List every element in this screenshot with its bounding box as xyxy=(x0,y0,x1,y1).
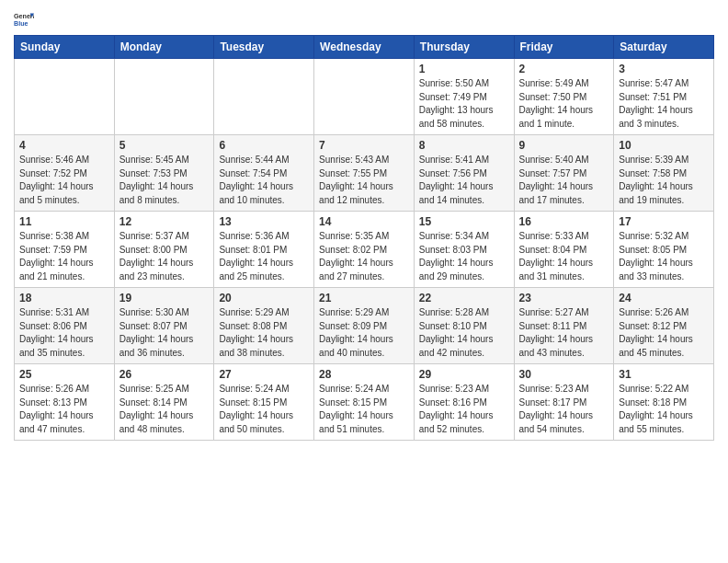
day-number: 3 xyxy=(619,63,709,75)
day-number: 5 xyxy=(119,139,210,152)
day-number: 10 xyxy=(619,139,709,152)
weekday-header-friday: Friday xyxy=(514,36,614,59)
calendar-cell: 17Sunrise: 5:32 AM Sunset: 8:05 PM Dayli… xyxy=(614,212,714,288)
day-info: Sunrise: 5:44 AM Sunset: 7:54 PM Dayligh… xyxy=(219,154,309,207)
day-info: Sunrise: 5:50 AM Sunset: 7:49 PM Dayligh… xyxy=(419,77,509,131)
calendar-cell: 25Sunrise: 5:26 AM Sunset: 8:13 PM Dayli… xyxy=(15,364,115,441)
day-number: 25 xyxy=(19,368,109,381)
weekday-header-sunday: Sunday xyxy=(15,36,115,59)
day-info: Sunrise: 5:23 AM Sunset: 8:17 PM Dayligh… xyxy=(519,383,609,436)
calendar-cell: 3Sunrise: 5:47 AM Sunset: 7:51 PM Daylig… xyxy=(614,59,714,135)
day-info: Sunrise: 5:29 AM Sunset: 8:08 PM Dayligh… xyxy=(219,306,309,360)
day-info: Sunrise: 5:39 AM Sunset: 7:58 PM Dayligh… xyxy=(619,154,709,207)
calendar-cell: 6Sunrise: 5:44 AM Sunset: 7:54 PM Daylig… xyxy=(214,135,314,212)
calendar-cell: 1Sunrise: 5:50 AM Sunset: 7:49 PM Daylig… xyxy=(414,59,514,135)
logo: General Blue xyxy=(14,9,34,29)
day-info: Sunrise: 5:46 AM Sunset: 7:52 PM Dayligh… xyxy=(19,154,109,207)
day-info: Sunrise: 5:49 AM Sunset: 7:50 PM Dayligh… xyxy=(519,77,609,131)
day-info: Sunrise: 5:30 AM Sunset: 8:07 PM Dayligh… xyxy=(119,306,210,360)
day-info: Sunrise: 5:24 AM Sunset: 8:15 PM Dayligh… xyxy=(219,383,309,436)
day-info: Sunrise: 5:32 AM Sunset: 8:05 PM Dayligh… xyxy=(619,230,709,283)
day-number: 17 xyxy=(619,215,709,228)
day-info: Sunrise: 5:35 AM Sunset: 8:02 PM Dayligh… xyxy=(319,230,409,283)
day-number: 11 xyxy=(19,215,109,228)
calendar-cell: 23Sunrise: 5:27 AM Sunset: 8:11 PM Dayli… xyxy=(514,288,614,364)
header: General Blue xyxy=(14,9,714,29)
day-number: 14 xyxy=(319,215,409,228)
day-info: Sunrise: 5:34 AM Sunset: 8:03 PM Dayligh… xyxy=(419,230,509,283)
day-number: 21 xyxy=(319,292,409,304)
calendar-cell: 22Sunrise: 5:28 AM Sunset: 8:10 PM Dayli… xyxy=(414,288,514,364)
calendar-cell xyxy=(114,59,214,135)
day-number: 9 xyxy=(519,139,609,152)
weekday-header-monday: Monday xyxy=(114,36,214,59)
day-number: 31 xyxy=(619,368,709,381)
calendar-week-row: 1Sunrise: 5:50 AM Sunset: 7:49 PM Daylig… xyxy=(15,59,714,135)
day-info: Sunrise: 5:40 AM Sunset: 7:57 PM Dayligh… xyxy=(519,154,609,207)
day-number: 12 xyxy=(119,215,210,228)
day-info: Sunrise: 5:29 AM Sunset: 8:09 PM Dayligh… xyxy=(319,306,409,360)
calendar-week-row: 18Sunrise: 5:31 AM Sunset: 8:06 PM Dayli… xyxy=(15,288,714,364)
calendar-cell xyxy=(314,59,415,135)
calendar-cell: 11Sunrise: 5:38 AM Sunset: 7:59 PM Dayli… xyxy=(15,212,115,288)
calendar-cell xyxy=(214,59,314,135)
day-number: 23 xyxy=(519,292,609,304)
calendar-cell xyxy=(15,59,115,135)
calendar-cell: 16Sunrise: 5:33 AM Sunset: 8:04 PM Dayli… xyxy=(514,212,614,288)
calendar-cell: 20Sunrise: 5:29 AM Sunset: 8:08 PM Dayli… xyxy=(214,288,314,364)
calendar-cell: 15Sunrise: 5:34 AM Sunset: 8:03 PM Dayli… xyxy=(414,212,514,288)
day-number: 1 xyxy=(419,63,509,75)
day-info: Sunrise: 5:33 AM Sunset: 8:04 PM Dayligh… xyxy=(519,230,609,283)
day-number: 13 xyxy=(219,215,309,228)
day-info: Sunrise: 5:41 AM Sunset: 7:56 PM Dayligh… xyxy=(419,154,509,207)
calendar-cell: 21Sunrise: 5:29 AM Sunset: 8:09 PM Dayli… xyxy=(314,288,415,364)
calendar-cell: 14Sunrise: 5:35 AM Sunset: 8:02 PM Dayli… xyxy=(314,212,415,288)
day-number: 7 xyxy=(319,139,409,152)
day-number: 4 xyxy=(19,139,109,152)
day-number: 30 xyxy=(519,368,609,381)
calendar-cell: 27Sunrise: 5:24 AM Sunset: 8:15 PM Dayli… xyxy=(214,364,314,441)
calendar-week-row: 4Sunrise: 5:46 AM Sunset: 7:52 PM Daylig… xyxy=(15,135,714,212)
day-number: 26 xyxy=(119,368,210,381)
calendar-week-row: 25Sunrise: 5:26 AM Sunset: 8:13 PM Dayli… xyxy=(15,364,714,441)
calendar-table: SundayMondayTuesdayWednesdayThursdayFrid… xyxy=(14,35,714,441)
calendar-cell: 28Sunrise: 5:24 AM Sunset: 8:15 PM Dayli… xyxy=(314,364,415,441)
weekday-header-tuesday: Tuesday xyxy=(214,36,314,59)
day-info: Sunrise: 5:23 AM Sunset: 8:16 PM Dayligh… xyxy=(419,383,509,436)
day-number: 19 xyxy=(119,292,210,304)
day-info: Sunrise: 5:24 AM Sunset: 8:15 PM Dayligh… xyxy=(319,383,409,436)
day-info: Sunrise: 5:28 AM Sunset: 8:10 PM Dayligh… xyxy=(419,306,509,360)
calendar-cell: 8Sunrise: 5:41 AM Sunset: 7:56 PM Daylig… xyxy=(414,135,514,212)
day-number: 20 xyxy=(219,292,309,304)
day-number: 8 xyxy=(419,139,509,152)
calendar-cell: 5Sunrise: 5:45 AM Sunset: 7:53 PM Daylig… xyxy=(114,135,214,212)
day-info: Sunrise: 5:26 AM Sunset: 8:13 PM Dayligh… xyxy=(19,383,109,436)
day-info: Sunrise: 5:25 AM Sunset: 8:14 PM Dayligh… xyxy=(119,383,210,436)
day-number: 18 xyxy=(19,292,109,304)
calendar-cell: 10Sunrise: 5:39 AM Sunset: 7:58 PM Dayli… xyxy=(614,135,714,212)
day-number: 2 xyxy=(519,63,609,75)
calendar-cell: 13Sunrise: 5:36 AM Sunset: 8:01 PM Dayli… xyxy=(214,212,314,288)
logo-icon: General Blue xyxy=(14,9,34,29)
day-info: Sunrise: 5:26 AM Sunset: 8:12 PM Dayligh… xyxy=(619,306,709,360)
calendar-week-row: 11Sunrise: 5:38 AM Sunset: 7:59 PM Dayli… xyxy=(15,212,714,288)
day-number: 27 xyxy=(219,368,309,381)
calendar-cell: 7Sunrise: 5:43 AM Sunset: 7:55 PM Daylig… xyxy=(314,135,415,212)
day-number: 28 xyxy=(319,368,409,381)
day-info: Sunrise: 5:27 AM Sunset: 8:11 PM Dayligh… xyxy=(519,306,609,360)
day-number: 29 xyxy=(419,368,509,381)
day-info: Sunrise: 5:38 AM Sunset: 7:59 PM Dayligh… xyxy=(19,230,109,283)
day-info: Sunrise: 5:31 AM Sunset: 8:06 PM Dayligh… xyxy=(19,306,109,360)
day-number: 22 xyxy=(419,292,509,304)
day-number: 24 xyxy=(619,292,709,304)
day-info: Sunrise: 5:36 AM Sunset: 8:01 PM Dayligh… xyxy=(219,230,309,283)
weekday-header-saturday: Saturday xyxy=(614,36,714,59)
calendar-cell: 24Sunrise: 5:26 AM Sunset: 8:12 PM Dayli… xyxy=(614,288,714,364)
day-number: 6 xyxy=(219,139,309,152)
calendar-cell: 18Sunrise: 5:31 AM Sunset: 8:06 PM Dayli… xyxy=(15,288,115,364)
day-info: Sunrise: 5:22 AM Sunset: 8:18 PM Dayligh… xyxy=(619,383,709,436)
calendar-cell: 2Sunrise: 5:49 AM Sunset: 7:50 PM Daylig… xyxy=(514,59,614,135)
calendar-header-row: SundayMondayTuesdayWednesdayThursdayFrid… xyxy=(15,36,714,59)
calendar-cell: 4Sunrise: 5:46 AM Sunset: 7:52 PM Daylig… xyxy=(15,135,115,212)
calendar-cell: 9Sunrise: 5:40 AM Sunset: 7:57 PM Daylig… xyxy=(514,135,614,212)
